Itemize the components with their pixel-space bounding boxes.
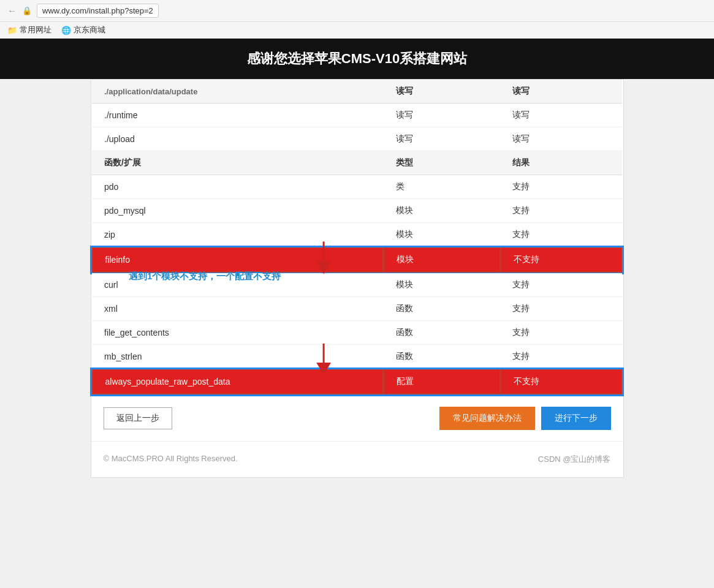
func-result-fgc: 支持 (500, 321, 622, 345)
annotation-text: 遇到1个模块不支持，一个配置不支持 (129, 271, 281, 282)
func-row-pdo-mysql: pdo_mysql 模块 支持 (92, 199, 622, 223)
dir-name-runtime: ./runtime (92, 104, 384, 127)
url-text: www.dy.com/install.php?step=2 (42, 6, 153, 15)
bookmarks-bar: 📁 常用网址 🌐 京东商城 (0, 22, 714, 39)
section1-col2: 读写 (384, 80, 500, 104)
func-row-curl: curl 遇到1个模块不支持，一个配置不支持 模块 支持 (92, 273, 622, 297)
func-name-fgc: file_get_contents (92, 321, 384, 345)
folder-icon: 📁 (7, 26, 17, 35)
browser-bar: ← 🔒 www.dy.com/install.php?step=2 (0, 0, 714, 22)
dir-row-runtime: ./runtime 读写 读写 (92, 104, 622, 127)
check-table: ./application/data/update 读写 读写 ./runtim… (91, 80, 623, 395)
func-type-zip: 模块 (384, 223, 500, 247)
func-type-curl: 模块 (384, 273, 500, 297)
func-result-xml: 支持 (500, 297, 622, 321)
func-type-pdo: 类 (384, 175, 500, 199)
func-row-mb-strlen: mb_strlen 函数 支持 (92, 345, 622, 369)
func-result-pdo: 支持 (500, 175, 622, 199)
section2-header-row: 函数/扩展 类型 结果 (92, 151, 622, 175)
func-row-always-populate: always_populate_raw_post_data 配置 不支持 (92, 369, 622, 394)
page-header: 感谢您选择苹果CMS-V10系搭建网站 (0, 39, 714, 79)
func-row-pdo: pdo 类 支持 (92, 175, 622, 199)
common-solutions-button[interactable]: 常见问题解决办法 (439, 407, 535, 430)
func-name-fileinfo: fileinfo (92, 247, 384, 273)
page-footer: © MacCMS.PRO All Rights Reserved. CSDN @… (91, 441, 623, 477)
back-icon[interactable]: ← (7, 6, 17, 17)
section1-header-row: ./application/data/update 读写 读写 (92, 80, 622, 104)
func-result-always-populate: 不支持 (500, 369, 622, 394)
func-row-xml: xml 函数 支持 (92, 297, 622, 321)
bookmark-common[interactable]: 📁 常用网址 (7, 24, 51, 36)
func-row-fileinfo: fileinfo 模块 不支持 (92, 247, 622, 273)
func-result-zip: 支持 (500, 223, 622, 247)
section2-col3: 结果 (500, 151, 622, 175)
bookmark-label-1: 常用网址 (20, 24, 51, 36)
func-result-fileinfo: 不支持 (500, 247, 622, 273)
func-type-mb-strlen: 函数 (384, 345, 500, 369)
copyright-text: © MacCMS.PRO All Rights Reserved. (104, 454, 238, 465)
bookmark-label-2: 京东商城 (74, 24, 105, 36)
back-button[interactable]: 返回上一步 (104, 407, 172, 429)
dir-cur-runtime: 读写 (500, 104, 622, 127)
dir-req-runtime: 读写 (384, 104, 500, 127)
dir-cur-upload: 读写 (500, 127, 622, 151)
func-type-fgc: 函数 (384, 321, 500, 345)
dir-name-upload: ./upload (92, 127, 384, 151)
func-row-zip: zip 模块 支持 (92, 223, 622, 247)
url-bar[interactable]: www.dy.com/install.php?step=2 (37, 4, 159, 18)
func-type-pdo-mysql: 模块 (384, 199, 500, 223)
section1-col3: 读写 (500, 80, 622, 104)
func-result-curl: 支持 (500, 273, 622, 297)
func-name-always-populate: always_populate_raw_post_data (92, 369, 384, 394)
func-result-pdo-mysql: 支持 (500, 199, 622, 223)
globe-icon: 🌐 (61, 26, 71, 35)
func-name-zip: zip (92, 223, 384, 247)
table-wrapper: ./application/data/update 读写 读写 ./runtim… (91, 80, 623, 395)
func-row-fgc: file_get_contents 函数 支持 (92, 321, 622, 345)
bookmark-jd[interactable]: 🌐 京东商城 (61, 24, 105, 36)
dir-req-upload: 读写 (384, 127, 500, 151)
lock-icon: 🔒 (22, 6, 32, 15)
author-text: CSDN @宝山的博客 (538, 454, 611, 465)
func-name-curl: curl 遇到1个模块不支持，一个配置不支持 (92, 273, 384, 297)
next-step-button[interactable]: 进行下一步 (541, 407, 611, 430)
func-type-always-populate: 配置 (384, 369, 500, 394)
section1-col1: ./application/data/update (92, 80, 384, 104)
section2-col1: 函数/扩展 (92, 151, 384, 175)
func-type-xml: 函数 (384, 297, 500, 321)
func-name-pdo: pdo (92, 175, 384, 199)
func-type-fileinfo: 模块 (384, 247, 500, 273)
func-name-mb-strlen: mb_strlen (92, 345, 384, 369)
func-result-mb-strlen: 支持 (500, 345, 622, 369)
footer-right-buttons: 常见问题解决办法 进行下一步 (439, 407, 611, 430)
dir-row-upload: ./upload 读写 读写 (92, 127, 622, 151)
footer-area: 返回上一步 常见问题解决办法 进行下一步 (91, 395, 623, 441)
func-name-xml: xml (92, 297, 384, 321)
func-name-pdo-mysql: pdo_mysql (92, 199, 384, 223)
main-content: ./application/data/update 读写 读写 ./runtim… (91, 79, 624, 478)
section2-col2: 类型 (384, 151, 500, 175)
page-title: 感谢您选择苹果CMS-V10系搭建网站 (247, 51, 467, 66)
